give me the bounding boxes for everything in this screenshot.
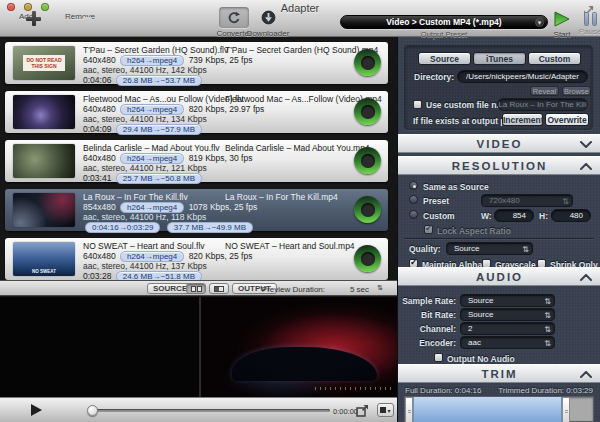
output-preset-caption: Output Preset (340, 30, 548, 39)
queue-item[interactable]: Belinda Carlisle – Mad About You.flv Bel… (5, 140, 388, 182)
thumbnail-text: NO SWEAT (13, 269, 75, 274)
preview-duration-label: Preview Duration: (262, 285, 325, 294)
tab-itunes[interactable]: iTunes (473, 52, 526, 65)
remove-button[interactable]: Remove (60, 11, 100, 21)
width-label: W: (481, 211, 492, 221)
preview-toolbar: SOURCE OUTPUT Preview Duration: 5 sec ⇅ (0, 280, 397, 296)
source-filename: Fleetwood Mac – As...ou Follow (Video).f… (83, 94, 243, 104)
queue-item[interactable]: DO NOT READ THIS SIGN T'Pau – Secret Gar… (5, 42, 388, 84)
progress-ring (354, 147, 381, 174)
queue-item[interactable]: Fleetwood Mac – As...ou Follow (Video).f… (5, 91, 388, 133)
same-as-source-label: Same as Source (423, 182, 489, 192)
video-thumbnail (13, 95, 75, 129)
seek-knob[interactable] (87, 405, 98, 416)
duration-text: 0:03:41 (83, 173, 111, 183)
play-icon[interactable] (31, 404, 42, 416)
downloader-button[interactable]: Downloader (246, 7, 290, 38)
source-filename: NO SWEAT – Heart and Soul.flv (83, 241, 205, 251)
video-bitrate-text: 819 Kbps, 30 fps (189, 153, 253, 163)
stepper-icon: ⇅ (544, 338, 551, 349)
output-preset-dropdown[interactable]: Video > Custom MP4 (*.mp4) ▾ (340, 15, 548, 29)
tab-custom[interactable]: Custom (528, 52, 581, 65)
preview-duration-value: 5 sec (350, 285, 369, 294)
video-thumbnail (13, 193, 75, 227)
custom-size-label: Custom (423, 211, 455, 221)
resolution-text: 640x480 (83, 104, 116, 114)
size-estimate-badge: 29.4 MB→~57.9 MB (116, 124, 202, 135)
video-thumbnail: NO SWEAT (13, 242, 75, 276)
pause-label: Pause (575, 27, 600, 36)
channel-dropdown[interactable]: 2 ⇅ (460, 322, 555, 335)
start-button[interactable]: Start (546, 11, 578, 39)
sample-rate-label: Sample Rate: (398, 296, 456, 306)
queue-item[interactable]: La Roux – In For The Kill.flv La Roux – … (5, 189, 388, 231)
height-field[interactable]: 480 (551, 209, 591, 222)
preset-size-dropdown[interactable]: 720x480 ⇅ (481, 194, 573, 207)
queue-item-info: NO SWEAT – Heart and Soul.flv NO SWEAT –… (83, 241, 348, 280)
trimmed-duration-label: Trimmed Duration: 0:03:29 (498, 386, 593, 395)
sample-rate-dropdown[interactable]: Source ⇅ (460, 294, 555, 307)
directory-field[interactable]: /Users/nickpeers/Music/Adapter (457, 70, 588, 83)
pause-icon (575, 11, 600, 26)
audio-info-text: aac, stereo, 44100 Hz, 142 Kbps (83, 65, 348, 75)
same-as-source-radio[interactable] (409, 181, 418, 190)
trim-selected-range[interactable] (413, 397, 562, 422)
quality-dropdown[interactable]: Source ⇅ (446, 242, 533, 255)
encoder-dropdown[interactable]: aac ⇅ (460, 336, 555, 349)
seek-slider[interactable] (88, 409, 330, 412)
chevron-down-icon (580, 141, 592, 148)
trim-slider[interactable] (404, 396, 594, 422)
title-and-toolbar: Adapter Add Remove Converter Downloader … (0, 0, 600, 37)
trim-start-handle[interactable] (405, 397, 413, 422)
single-view-toggle[interactable] (209, 283, 229, 294)
pause-button[interactable]: Pause (575, 11, 600, 36)
add-button[interactable]: Add (11, 11, 41, 21)
thumbnail-text: DO NOT READ THIS SIGN (23, 55, 65, 71)
playback-time: 0:00:00 (333, 407, 358, 416)
height-label: H: (539, 211, 548, 221)
use-custom-name-checkbox[interactable] (413, 100, 422, 109)
source-filename: Belinda Carlisle – Mad About You.flv (83, 143, 220, 153)
overwrite-button[interactable]: Overwrite (545, 113, 589, 126)
popout-icon[interactable] (356, 403, 369, 421)
split-view-toggle[interactable] (186, 283, 206, 294)
video-bitrate-text: 820 Kbps, 25 fps (189, 251, 253, 261)
size-estimate-badge: 24.6 MB→~51.8 MB (116, 271, 202, 280)
bit-rate-label: Bit Rate: (398, 310, 456, 320)
progress-ring (354, 49, 381, 76)
section-header-video[interactable]: VIDEO (398, 134, 600, 153)
source-filename: La Roux – In For The Kill.flv (83, 192, 188, 202)
reveal-button[interactable]: Reveal (530, 86, 559, 96)
chevron-up-icon (580, 163, 592, 170)
custom-size-radio[interactable] (409, 210, 418, 219)
increment-button[interactable]: Increment (502, 113, 543, 126)
section-header-resolution[interactable]: RESOLUTION (398, 156, 600, 175)
queue-item[interactable]: NO SWEAT NO SWEAT – Heart and Soul.flv N… (5, 238, 388, 280)
chevron-up-icon (580, 371, 592, 378)
preset-radio[interactable] (409, 195, 418, 204)
resolution-text: 640x480 (83, 251, 116, 261)
output-location-box: Source iTunes Custom Directory: /Users/n… (404, 45, 593, 130)
section-header-audio[interactable]: AUDIO (398, 267, 600, 286)
video-preview (0, 297, 397, 397)
section-header-trim[interactable]: TRIM (398, 364, 600, 383)
playback-controls: 0:00:00 ▾ (0, 397, 397, 422)
bit-rate-dropdown[interactable]: Source ⇅ (460, 308, 555, 321)
output-preview-pane (201, 297, 397, 397)
remove-label: Remove (60, 12, 100, 21)
trim-end-handle[interactable] (562, 397, 570, 422)
scale-menu-button[interactable]: ▾ (377, 403, 394, 417)
queue-item-info: La Roux – In For The Kill.flv La Roux – … (83, 192, 348, 232)
lock-aspect-checkbox[interactable]: ✓ (424, 225, 433, 234)
width-field[interactable]: 854 (494, 209, 534, 222)
output-no-audio-checkbox[interactable] (434, 353, 443, 362)
browse-button[interactable]: Browse (562, 86, 591, 96)
chevron-up-icon (580, 274, 592, 281)
preview-duration-stepper[interactable]: ⇅ (377, 284, 383, 292)
audio-info-text: aac, stereo, 44100 Hz, 118 Kbps (83, 212, 348, 222)
output-preset-value: Video > Custom MP4 (*.mp4) (386, 17, 501, 27)
app-window: Adapter Add Remove Converter Downloader … (0, 0, 600, 422)
start-label: Start (546, 30, 578, 39)
tab-source[interactable]: Source (418, 52, 471, 65)
custom-name-field[interactable]: La Roux – In For The Kill (497, 98, 588, 111)
